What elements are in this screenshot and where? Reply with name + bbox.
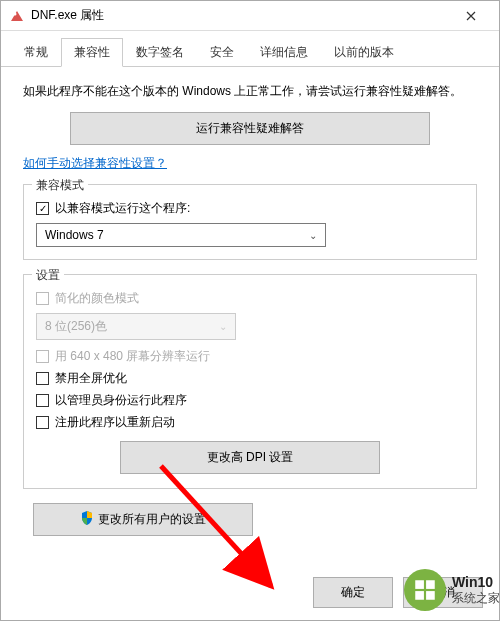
ok-button[interactable]: 确定 — [313, 577, 393, 608]
svg-rect-5 — [426, 591, 435, 600]
shield-icon — [81, 511, 93, 528]
res640-label: 用 640 x 480 屏幕分辨率运行 — [55, 348, 210, 365]
watermark: Win10 系统之家 — [404, 569, 500, 611]
settings-legend: 设置 — [32, 267, 64, 284]
register-restart-label: 注册此程序以重新启动 — [55, 414, 175, 431]
tab-previous-versions[interactable]: 以前的版本 — [321, 38, 407, 67]
tab-content: 如果此程序不能在这个版本的 Windows 上正常工作，请尝试运行兼容性疑难解答… — [1, 67, 499, 546]
register-restart-checkbox[interactable] — [36, 416, 49, 429]
reduced-color-checkbox — [36, 292, 49, 305]
svg-rect-4 — [415, 591, 424, 600]
svg-point-0 — [14, 12, 17, 15]
compat-mode-value: Windows 7 — [45, 228, 104, 242]
svg-rect-2 — [415, 580, 424, 589]
tab-digital-signatures[interactable]: 数字签名 — [123, 38, 197, 67]
compat-mode-row: 以兼容模式运行这个程序: — [36, 200, 464, 217]
manual-settings-link[interactable]: 如何手动选择兼容性设置？ — [23, 155, 167, 172]
res640-row: 用 640 x 480 屏幕分辨率运行 — [36, 348, 464, 365]
compat-mode-fieldset: 兼容模式 以兼容模式运行这个程序: Windows 7 ⌄ — [23, 184, 477, 260]
app-icon — [9, 8, 25, 24]
chevron-down-icon: ⌄ — [309, 230, 317, 241]
tab-details[interactable]: 详细信息 — [247, 38, 321, 67]
tab-general[interactable]: 常规 — [11, 38, 61, 67]
settings-fieldset: 设置 简化的颜色模式 8 位(256)色 ⌄ 用 640 x 480 屏幕分辨率… — [23, 274, 477, 489]
high-dpi-button[interactable]: 更改高 DPI 设置 — [120, 441, 380, 474]
watermark-line1: Win10 — [452, 574, 500, 591]
properties-window: DNF.exe 属性 常规 兼容性 数字签名 安全 详细信息 以前的版本 如果此… — [0, 0, 500, 621]
reduced-color-row: 简化的颜色模式 — [36, 290, 464, 307]
res640-checkbox — [36, 350, 49, 363]
tab-compatibility[interactable]: 兼容性 — [61, 38, 123, 67]
all-users-button[interactable]: 更改所有用户的设置 — [33, 503, 253, 536]
register-restart-row: 注册此程序以重新启动 — [36, 414, 464, 431]
watermark-text: Win10 系统之家 — [452, 574, 500, 605]
troubleshoot-button[interactable]: 运行兼容性疑难解答 — [70, 112, 430, 145]
reduced-color-label: 简化的颜色模式 — [55, 290, 139, 307]
disable-fullscreen-checkbox[interactable] — [36, 372, 49, 385]
compat-mode-legend: 兼容模式 — [32, 177, 88, 194]
window-title: DNF.exe 属性 — [31, 7, 104, 24]
color-select-value: 8 位(256)色 — [45, 318, 107, 335]
disable-fullscreen-label: 禁用全屏优化 — [55, 370, 127, 387]
disable-fullscreen-row: 禁用全屏优化 — [36, 370, 464, 387]
tab-security[interactable]: 安全 — [197, 38, 247, 67]
all-users-label: 更改所有用户的设置 — [98, 511, 206, 528]
compat-mode-checkbox[interactable] — [36, 202, 49, 215]
instruction-text: 如果此程序不能在这个版本的 Windows 上正常工作，请尝试运行兼容性疑难解答… — [23, 81, 477, 102]
tab-bar: 常规 兼容性 数字签名 安全 详细信息 以前的版本 — [1, 31, 499, 67]
watermark-badge-icon — [404, 569, 446, 611]
compat-mode-select[interactable]: Windows 7 ⌄ — [36, 223, 326, 247]
color-select: 8 位(256)色 ⌄ — [36, 313, 236, 340]
chevron-down-icon: ⌄ — [219, 321, 227, 332]
compat-mode-label: 以兼容模式运行这个程序: — [55, 200, 190, 217]
close-button[interactable] — [451, 2, 491, 30]
watermark-line2: 系统之家 — [452, 591, 500, 605]
run-admin-label: 以管理员身份运行此程序 — [55, 392, 187, 409]
titlebar: DNF.exe 属性 — [1, 1, 499, 31]
svg-rect-3 — [426, 580, 435, 589]
run-admin-checkbox[interactable] — [36, 394, 49, 407]
run-admin-row: 以管理员身份运行此程序 — [36, 392, 464, 409]
